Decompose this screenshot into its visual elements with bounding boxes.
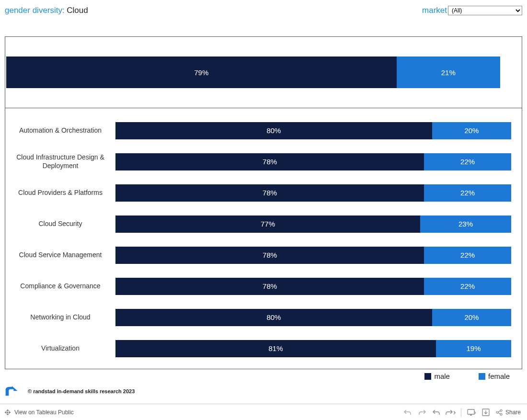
category-label: Networking in Cloud <box>5 313 115 322</box>
svg-rect-7 <box>9 411 10 414</box>
share-button[interactable]: Share <box>493 409 523 416</box>
male-segment: 80% <box>115 309 432 326</box>
legend-male-label: male <box>434 372 450 380</box>
undo-button[interactable] <box>401 407 414 418</box>
svg-point-13 <box>500 413 502 415</box>
summary-panel: 79% 21% <box>5 36 522 108</box>
randstad-logo-icon <box>5 385 24 397</box>
svg-point-12 <box>500 409 502 411</box>
category-label: Automation & Orchestration <box>5 126 115 135</box>
category-bar: 78%22% <box>115 184 511 202</box>
svg-rect-9 <box>468 409 474 414</box>
female-segment: 23% <box>420 216 511 233</box>
replay-forward-button[interactable] <box>444 407 458 418</box>
market-select[interactable]: (All) <box>448 6 522 15</box>
female-segment: 22% <box>424 247 511 264</box>
summary-male-bar: 79% <box>6 57 397 88</box>
category-row: Cloud Service Management78%22% <box>5 239 522 271</box>
detail-panel: Automation & Orchestration80%20%Cloud In… <box>5 108 522 369</box>
category-label: Cloud Service Management <box>5 251 115 260</box>
summary-male-value: 79% <box>194 68 208 77</box>
category-row: Compliance & Governance78%22% <box>5 271 522 302</box>
tableau-toolbar: View on Tableau Public Share <box>0 404 527 420</box>
tableau-icon <box>4 409 11 416</box>
category-bar: 77%23% <box>115 216 511 233</box>
svg-rect-5 <box>6 411 6 414</box>
male-segment: 78% <box>115 184 424 202</box>
category-row: Cloud Providers & Platforms78%22% <box>5 177 522 208</box>
summary-female-bar: 21% <box>397 57 501 88</box>
category-row: Automation & Orchestration80%20% <box>5 115 522 146</box>
female-segment: 22% <box>424 278 511 295</box>
category-bar: 78%22% <box>115 153 511 170</box>
svg-rect-1 <box>6 410 9 411</box>
view-on-tableau-label: View on Tableau Public <box>14 409 74 416</box>
svg-point-11 <box>496 411 498 413</box>
male-segment: 78% <box>115 153 424 170</box>
presentation-button[interactable] <box>465 407 478 418</box>
category-label: Cloud Security <box>5 220 115 228</box>
view-on-tableau-button[interactable]: View on Tableau Public <box>4 409 74 416</box>
male-segment: 77% <box>115 216 420 233</box>
title-label: gender diversity: <box>5 6 65 15</box>
share-icon <box>495 409 503 416</box>
male-segment: 80% <box>115 122 432 139</box>
svg-rect-3 <box>6 414 9 414</box>
share-label: Share <box>505 409 521 416</box>
title-value: Cloud <box>67 6 88 15</box>
male-segment: 78% <box>115 278 424 295</box>
title: gender diversity: Cloud <box>5 6 88 15</box>
category-label: Cloud Infrastructure Design & Deployment <box>5 153 115 170</box>
category-bar: 81%19% <box>115 340 511 357</box>
category-row: Networking in Cloud80%20% <box>5 302 522 333</box>
summary-female-value: 21% <box>441 68 456 77</box>
female-swatch <box>479 373 485 380</box>
category-label: Virtualization <box>5 344 115 353</box>
svg-rect-8 <box>7 412 8 413</box>
category-bar: 80%20% <box>115 309 511 326</box>
female-segment: 20% <box>432 309 511 326</box>
redo-button[interactable] <box>415 407 429 418</box>
category-label: Compliance & Governance <box>5 282 115 291</box>
download-button[interactable] <box>479 407 493 418</box>
legend-male: male <box>424 372 450 380</box>
category-row: Cloud Infrastructure Design & Deployment… <box>5 146 522 177</box>
legend-female-label: female <box>488 372 510 380</box>
header-bar: gender diversity: Cloud market (All) <box>0 0 527 17</box>
category-label: Cloud Providers & Platforms <box>5 189 115 197</box>
market-filter: market (All) <box>422 6 522 15</box>
female-segment: 20% <box>432 122 511 139</box>
category-row: Cloud Security77%23% <box>5 208 522 239</box>
legend: male female <box>0 369 527 380</box>
category-bar: 78%22% <box>115 278 511 295</box>
replay-back-button[interactable] <box>430 407 443 418</box>
legend-female: female <box>479 372 510 380</box>
female-segment: 22% <box>424 184 511 202</box>
female-segment: 22% <box>424 153 511 170</box>
summary-bar: 79% 21% <box>6 57 521 88</box>
toolbar-divider <box>461 408 461 417</box>
category-bar: 78%22% <box>115 247 511 264</box>
male-segment: 81% <box>115 340 436 357</box>
credit-row: © randstad in-demand skills research 202… <box>0 380 527 397</box>
female-segment: 19% <box>436 340 511 357</box>
category-row: Virtualization81%19% <box>5 333 522 364</box>
male-segment: 78% <box>115 247 424 264</box>
market-label: market <box>422 6 447 15</box>
credit-text: © randstad in-demand skills research 202… <box>28 388 135 394</box>
category-bar: 80%20% <box>115 122 511 139</box>
male-swatch <box>424 373 431 380</box>
